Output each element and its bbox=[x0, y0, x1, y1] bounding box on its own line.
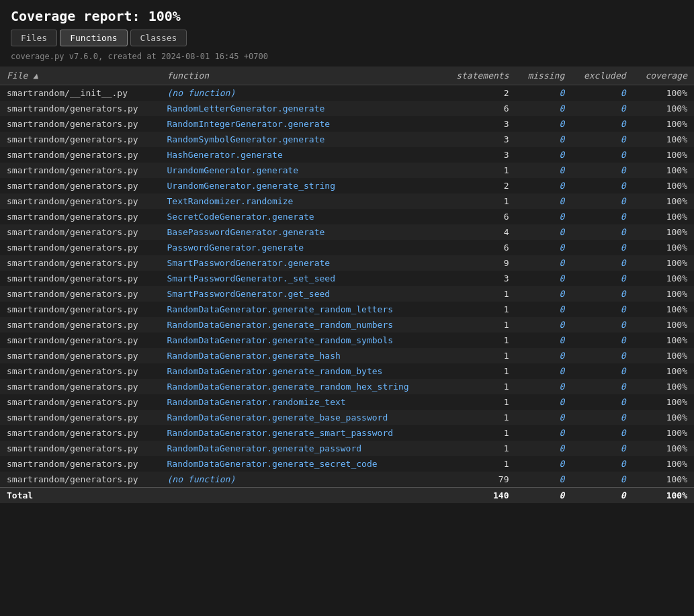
cell-excluded: 0 bbox=[571, 209, 632, 224]
col-file-label: File bbox=[7, 71, 28, 81]
cell-file: smartrandom/generators.py bbox=[0, 163, 161, 178]
tab-files[interactable]: Files bbox=[11, 30, 57, 46]
cell-function: SecretCodeGenerator.generate bbox=[161, 209, 443, 224]
cell-file: smartrandom/generators.py bbox=[0, 363, 161, 379]
cell-function: UrandomGenerator.generate bbox=[161, 163, 443, 178]
cell-file: smartrandom/generators.py bbox=[0, 101, 161, 116]
cell-excluded: 0 bbox=[571, 85, 632, 101]
total-coverage: 100% bbox=[633, 488, 694, 504]
cell-function: RandomDataGenerator.generate_password bbox=[161, 441, 443, 456]
cell-excluded: 0 bbox=[571, 255, 632, 271]
tab-classes[interactable]: Classes bbox=[130, 30, 187, 46]
cell-missing: 0 bbox=[516, 379, 572, 394]
cell-function: RandomDataGenerator.generate_random_numb… bbox=[161, 317, 443, 333]
cell-coverage: 100% bbox=[633, 147, 694, 163]
cell-missing: 0 bbox=[516, 348, 572, 363]
total-label: Total bbox=[0, 488, 161, 504]
cell-excluded: 0 bbox=[571, 441, 632, 456]
cell-missing: 0 bbox=[516, 178, 572, 193]
cell-function: RandomDataGenerator.randomize_text bbox=[161, 394, 443, 410]
col-header-coverage: coverage bbox=[633, 67, 694, 85]
cell-coverage: 100% bbox=[633, 178, 694, 193]
table-row: smartrandom/generators.py(no function)79… bbox=[0, 472, 694, 488]
total-row: Total14000100% bbox=[0, 488, 694, 504]
cell-missing: 0 bbox=[516, 255, 572, 271]
cell-function: RandomIntegerGenerator.generate bbox=[161, 116, 443, 132]
table-row: smartrandom/generators.pyRandomDataGener… bbox=[0, 363, 694, 379]
cell-function: RandomDataGenerator.generate_hash bbox=[161, 348, 443, 363]
cell-coverage: 100% bbox=[633, 116, 694, 132]
cell-coverage: 100% bbox=[633, 379, 694, 394]
cell-file: smartrandom/generators.py bbox=[0, 441, 161, 456]
cell-coverage: 100% bbox=[633, 317, 694, 333]
cell-excluded: 0 bbox=[571, 240, 632, 255]
cell-excluded: 0 bbox=[571, 472, 632, 488]
cell-file: smartrandom/generators.py bbox=[0, 116, 161, 132]
table-row: smartrandom/generators.pyRandomDataGener… bbox=[0, 379, 694, 394]
cell-file: smartrandom/generators.py bbox=[0, 286, 161, 302]
cell-statements: 1 bbox=[443, 441, 516, 456]
total-missing: 0 bbox=[516, 488, 572, 504]
cell-coverage: 100% bbox=[633, 101, 694, 116]
col-header-missing: missing bbox=[516, 67, 572, 85]
cell-function: (no function) bbox=[161, 85, 443, 101]
table-row: smartrandom/generators.pyRandomDataGener… bbox=[0, 302, 694, 317]
cell-statements: 1 bbox=[443, 348, 516, 363]
cell-coverage: 100% bbox=[633, 271, 694, 286]
cell-statements: 4 bbox=[443, 224, 516, 240]
cell-file: smartrandom/generators.py bbox=[0, 410, 161, 425]
cell-excluded: 0 bbox=[571, 348, 632, 363]
cell-missing: 0 bbox=[516, 333, 572, 348]
cell-statements: 1 bbox=[443, 394, 516, 410]
table-row: smartrandom/generators.pyHashGenerator.g… bbox=[0, 147, 694, 163]
cell-missing: 0 bbox=[516, 441, 572, 456]
cell-statements: 6 bbox=[443, 209, 516, 224]
cell-coverage: 100% bbox=[633, 348, 694, 363]
cell-missing: 0 bbox=[516, 317, 572, 333]
cell-excluded: 0 bbox=[571, 394, 632, 410]
cell-missing: 0 bbox=[516, 394, 572, 410]
cell-missing: 0 bbox=[516, 209, 572, 224]
col-header-file[interactable]: File ▲ bbox=[0, 67, 161, 85]
cell-excluded: 0 bbox=[571, 132, 632, 147]
cell-missing: 0 bbox=[516, 410, 572, 425]
total-excluded: 0 bbox=[571, 488, 632, 504]
cell-coverage: 100% bbox=[633, 333, 694, 348]
cell-coverage: 100% bbox=[633, 394, 694, 410]
tab-functions[interactable]: Functions bbox=[60, 30, 127, 46]
cell-function: RandomDataGenerator.generate_random_byte… bbox=[161, 363, 443, 379]
cell-function: SmartPasswordGenerator.generate bbox=[161, 255, 443, 271]
tab-bar: Files Functions Classes bbox=[11, 30, 683, 46]
cell-missing: 0 bbox=[516, 302, 572, 317]
table-row: smartrandom/generators.pyRandomDataGener… bbox=[0, 348, 694, 363]
cell-missing: 0 bbox=[516, 132, 572, 147]
cell-coverage: 100% bbox=[633, 163, 694, 178]
table-row: smartrandom/generators.pyRandomDataGener… bbox=[0, 317, 694, 333]
meta-info: coverage.py v7.6.0, created at 2024-08-0… bbox=[11, 52, 683, 61]
cell-statements: 3 bbox=[443, 147, 516, 163]
cell-file: smartrandom/generators.py bbox=[0, 472, 161, 488]
cell-excluded: 0 bbox=[571, 101, 632, 116]
table-row: smartrandom/generators.pySmartPasswordGe… bbox=[0, 255, 694, 271]
col-header-function: function bbox=[161, 67, 443, 85]
table-row: smartrandom/generators.pyRandomDataGener… bbox=[0, 394, 694, 410]
cell-function: PasswordGenerator.generate bbox=[161, 240, 443, 255]
cell-function: RandomDataGenerator.generate_random_symb… bbox=[161, 333, 443, 348]
cell-statements: 3 bbox=[443, 271, 516, 286]
cell-file: smartrandom/__init__.py bbox=[0, 85, 161, 101]
cell-excluded: 0 bbox=[571, 178, 632, 193]
cell-function: UrandomGenerator.generate_string bbox=[161, 178, 443, 193]
table-row: smartrandom/generators.pyRandomDataGener… bbox=[0, 333, 694, 348]
cell-file: smartrandom/generators.py bbox=[0, 456, 161, 472]
cell-missing: 0 bbox=[516, 224, 572, 240]
cell-coverage: 100% bbox=[633, 441, 694, 456]
cell-excluded: 0 bbox=[571, 224, 632, 240]
table-row: smartrandom/generators.pyUrandomGenerato… bbox=[0, 178, 694, 193]
cell-excluded: 0 bbox=[571, 147, 632, 163]
cell-file: smartrandom/generators.py bbox=[0, 348, 161, 363]
table-row: smartrandom/generators.pyPasswordGenerat… bbox=[0, 240, 694, 255]
cell-statements: 1 bbox=[443, 286, 516, 302]
cell-excluded: 0 bbox=[571, 379, 632, 394]
cell-coverage: 100% bbox=[633, 132, 694, 147]
cell-missing: 0 bbox=[516, 363, 572, 379]
